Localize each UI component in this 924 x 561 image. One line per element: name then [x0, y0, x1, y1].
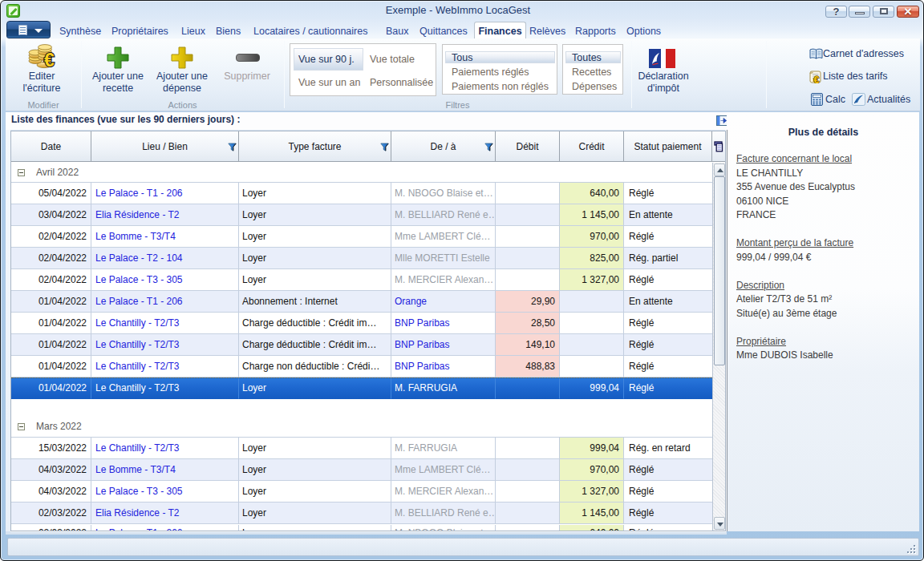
svg-text:€: €	[814, 75, 820, 84]
svg-text:€: €	[44, 50, 55, 71]
